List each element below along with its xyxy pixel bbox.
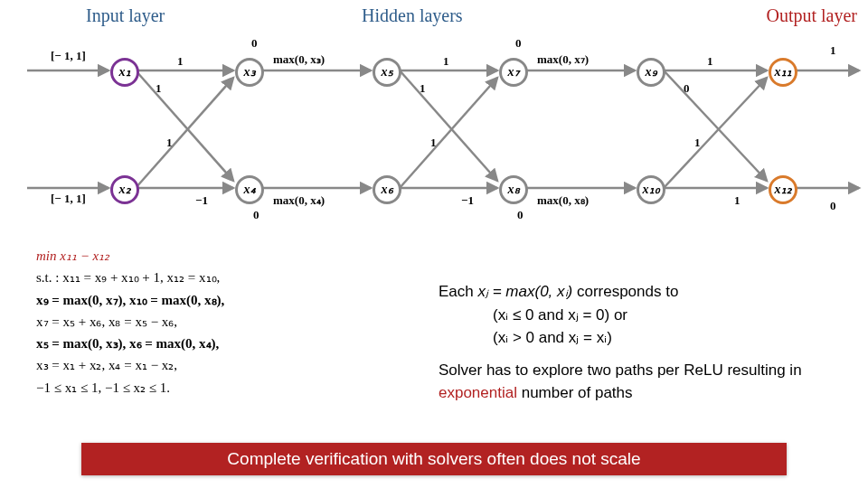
constraint-3: x₇ = x₅ + x₆, x₈ = x₅ − x₆, bbox=[36, 312, 425, 333]
w-x9-x12: 0 bbox=[684, 81, 690, 96]
node-x6: x₆ bbox=[373, 175, 401, 204]
w-x6-x7: 1 bbox=[430, 136, 437, 150]
w-x2-x4: −1 bbox=[195, 193, 208, 208]
header-output: Output layer bbox=[766, 5, 857, 26]
relu-x3: max(0, x₃) bbox=[273, 52, 325, 67]
network-diagram: x₁ x₂ x₃ x₄ x₅ x₆ x₇ x₈ x₉ x₁₀ x₁₁ x₁₂ [… bbox=[0, 36, 868, 235]
w-x1-x3: 1 bbox=[177, 54, 184, 69]
footer-banner: Complete verification with solvers often… bbox=[81, 443, 787, 475]
bias-x7: 0 bbox=[515, 36, 522, 51]
constraint-5: x₃ = x₁ + x₂, x₄ = x₁ − x₂, bbox=[36, 355, 425, 376]
w-x2-x3: 1 bbox=[166, 136, 173, 150]
w-x5-x8: 1 bbox=[420, 81, 426, 96]
node-x9: x₉ bbox=[637, 58, 665, 87]
explain-line-4: Solver has to explore two paths per ReLU… bbox=[439, 359, 845, 405]
constraint-1: s.t. : x₁₁ = x₉ + x₁₀ + 1, x₁₂ = x₁₀, bbox=[36, 267, 425, 288]
node-x7: x₇ bbox=[499, 58, 528, 87]
explain-line-1: Each xⱼ = max(0, xᵢ) corresponds to bbox=[439, 280, 845, 304]
objective: min x₁₁ − x₁₂ bbox=[36, 249, 109, 263]
explain-line-2: (xᵢ ≤ 0 and xⱼ = 0) or bbox=[439, 304, 845, 327]
relu-x7: max(0, x₇) bbox=[537, 52, 589, 67]
svg-line-10 bbox=[400, 78, 497, 188]
header-input: Input layer bbox=[86, 5, 165, 26]
explanation-block: Each xⱼ = max(0, xᵢ) corresponds to (xᵢ … bbox=[439, 280, 845, 405]
bias-x3: 0 bbox=[251, 36, 258, 51]
w-x10-x11: 1 bbox=[694, 136, 701, 150]
node-x11: x₁₁ bbox=[769, 58, 797, 87]
range-x1: [− 1, 1] bbox=[51, 49, 86, 63]
range-x2: [− 1, 1] bbox=[51, 192, 86, 206]
node-x4: x₄ bbox=[235, 175, 264, 204]
relu-x8: max(0, x₈) bbox=[537, 193, 589, 208]
svg-line-15 bbox=[664, 70, 767, 181]
bias-x4: 0 bbox=[253, 208, 259, 222]
bias-x8: 0 bbox=[517, 208, 524, 222]
w-x6-x8: −1 bbox=[461, 193, 474, 208]
node-x8: x₈ bbox=[499, 175, 528, 204]
bias-x12: 0 bbox=[830, 199, 836, 213]
explain-line-3: (xᵢ > 0 and xⱼ = xᵢ) bbox=[439, 326, 845, 350]
relu-x4: max(0, x₄) bbox=[273, 193, 325, 208]
svg-line-4 bbox=[136, 78, 233, 188]
w-x5-x7: 1 bbox=[443, 54, 449, 69]
constraints-block: min x₁₁ − x₁₂ s.t. : x₁₁ = x₉ + x₁₀ + 1,… bbox=[36, 246, 425, 399]
w-x9-x11: 1 bbox=[707, 54, 713, 69]
svg-line-3 bbox=[136, 70, 233, 181]
node-x10: x₁₀ bbox=[637, 175, 665, 204]
constraint-2: x₉ = max(0, x₇), x₁₀ = max(0, x₈), bbox=[36, 290, 425, 311]
bias-x11: 1 bbox=[830, 43, 836, 58]
constraint-6: −1 ≤ x₁ ≤ 1, −1 ≤ x₂ ≤ 1. bbox=[36, 378, 425, 399]
header-hidden: Hidden layers bbox=[362, 5, 463, 26]
svg-line-16 bbox=[664, 78, 767, 188]
w-x10-x12: 1 bbox=[734, 193, 741, 208]
node-x2: x₂ bbox=[110, 175, 139, 204]
node-x12: x₁₂ bbox=[769, 175, 797, 204]
w-x1-x4: 1 bbox=[156, 81, 162, 96]
constraint-4: x₅ = max(0, x₃), x₆ = max(0, x₄), bbox=[36, 333, 425, 354]
svg-line-9 bbox=[400, 70, 497, 181]
node-x1: x₁ bbox=[110, 58, 139, 87]
node-x5: x₅ bbox=[373, 58, 401, 87]
node-x3: x₃ bbox=[235, 58, 264, 87]
